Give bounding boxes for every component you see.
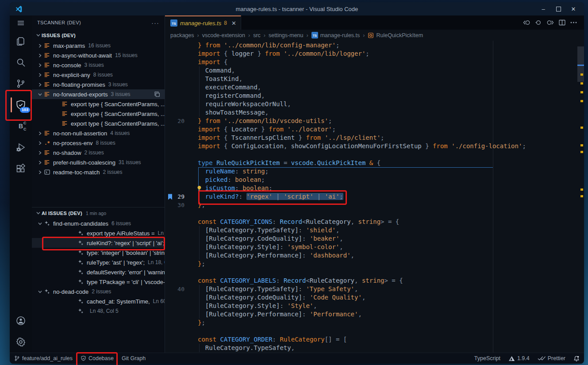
extensions-icon[interactable] [10, 158, 32, 179]
lightbulb-icon[interactable] [196, 185, 202, 191]
code-line[interactable] [165, 150, 584, 159]
code-line[interactable]: isCustom: boolean; [165, 184, 584, 192]
tree-item[interactable]: find-enum-candidates6 issues [32, 219, 165, 228]
nav-forward-icon[interactable] [546, 19, 554, 26]
settings-gear-icon[interactable] [10, 331, 32, 353]
code-line[interactable]: requireWorkspaceOrNull, [165, 100, 584, 108]
tree-item[interactable]: export type AiRuleStatus =Ln 26, C... [32, 228, 165, 238]
tree-item[interactable]: no-floating-promises3 issues [32, 80, 165, 89]
line-number[interactable] [165, 344, 184, 352]
scrollbar-thumb[interactable] [577, 46, 584, 82]
status-item-git-graph[interactable]: Git Graph [122, 355, 146, 361]
tab-manage-rules[interactable]: TS manage-rules.ts 8 ✕ [165, 15, 241, 30]
line-number[interactable] [165, 277, 184, 285]
line-number[interactable] [165, 50, 184, 58]
tree-item[interactable]: type: 'integer' | 'boolean' | 'string' |… [32, 248, 165, 257]
explorer-icon[interactable] [10, 31, 32, 52]
code-line[interactable]: executeCommand, [165, 83, 584, 92]
chevron-down-icon[interactable] [36, 92, 43, 96]
tree-item[interactable]: no-non-null-assertion4 issues [32, 128, 165, 138]
section-header[interactable]: ISSUES (DEV) [32, 30, 165, 41]
line-number[interactable] [165, 159, 184, 167]
breadcrumb-item[interactable]: packages [170, 32, 194, 38]
line-number[interactable] [165, 75, 184, 83]
code-line[interactable]: [RuleCategory.Style]: 'symbol-color', [165, 243, 584, 251]
code-line[interactable]: showToastMessage, [165, 108, 584, 117]
chevron-down-icon[interactable] [36, 290, 43, 294]
chevron-right-icon[interactable] [36, 141, 43, 145]
breadcrumb-item[interactable]: vscode-extension [202, 32, 245, 38]
code-line[interactable]: import { logger } from '../common/lib/lo… [165, 50, 584, 58]
status-item-1-9-4[interactable]: 1.9.4 [508, 355, 530, 361]
breadcrumb-item[interactable]: settings-menu [269, 32, 304, 38]
line-number[interactable] [165, 142, 184, 150]
code-line[interactable]: picked: boolean; [165, 176, 584, 184]
code-line[interactable]: Command, [165, 66, 584, 75]
chevron-right-icon[interactable] [36, 73, 43, 77]
line-number[interactable] [165, 243, 184, 251]
line-number[interactable] [165, 251, 184, 260]
line-number[interactable]: 20 [165, 117, 184, 125]
tree-item[interactable]: readme-toc-match2 issues [32, 167, 165, 177]
search-icon[interactable] [10, 52, 32, 73]
code-line[interactable]: const CATEGORY_LABELS: Record<RuleCatego… [165, 277, 584, 285]
code-line[interactable]: import { [165, 58, 584, 66]
tree-item[interactable]: max-params16 issues [32, 41, 165, 50]
status-item-bell[interactable] [573, 355, 580, 362]
line-number[interactable] [165, 226, 184, 234]
line-number[interactable] [165, 234, 184, 243]
code-line[interactable]: const CATEGORY_ICONS: Record<RuleCategor… [165, 218, 584, 226]
tscanner-shield-icon[interactable]: 103 [10, 94, 32, 115]
code-line[interactable]: registerCommand, [165, 92, 584, 100]
line-number[interactable] [165, 92, 184, 100]
code-line[interactable]: 20} from '../common/lib/vscode-utils'; [165, 117, 584, 125]
line-number[interactable] [165, 209, 184, 218]
code-line[interactable] [165, 268, 584, 277]
chevron-right-icon[interactable] [36, 63, 43, 67]
line-number[interactable] [165, 125, 184, 134]
chevron-right-icon[interactable] [36, 151, 43, 155]
line-number[interactable] [165, 167, 184, 176]
chevron-down-icon[interactable] [35, 33, 42, 37]
code-line[interactable]: [RuleCategory.TypeSafety]: 'shield', [165, 226, 584, 234]
code-line[interactable]: import { ConfigLocation, showConfigLocat… [165, 142, 584, 150]
section-header[interactable]: AI ISSUES (DEV)1 min ago [32, 207, 165, 219]
line-number[interactable] [165, 66, 184, 75]
line-number[interactable]: 30 [165, 201, 184, 209]
tree-item[interactable]: .*no-process-env8 issues [32, 138, 165, 148]
tree-item[interactable]: no-explicit-any8 issues [32, 70, 165, 80]
line-number[interactable] [165, 41, 184, 50]
code-line[interactable]: 29 ruleKind?: 'regex' | 'script' | 'ai'; [165, 192, 584, 201]
breadcrumb-item[interactable]: RuleQuickPickItem [368, 32, 423, 38]
more-actions-icon[interactable] [570, 22, 577, 23]
chevron-right-icon[interactable] [36, 131, 43, 135]
line-number[interactable] [165, 176, 184, 184]
line-number[interactable] [165, 335, 184, 344]
tree-item[interactable]: no-forwarded-exports3 issues [32, 89, 165, 99]
code-line[interactable]: 30}; [165, 201, 584, 209]
line-number[interactable] [165, 108, 184, 117]
line-number[interactable] [165, 150, 184, 159]
code-editor[interactable]: } from '../common/lib/config-manager';im… [165, 41, 584, 353]
tree-item[interactable]: no-async-without-await15 issues [32, 50, 165, 60]
maximize-button[interactable] [554, 4, 563, 13]
status-item-feature-add-ai-rules[interactable]: feature/add_ai_rules [14, 355, 73, 361]
code-line[interactable]: ruleName: string; [165, 167, 584, 176]
line-number[interactable] [165, 293, 184, 302]
line-number[interactable] [165, 218, 184, 226]
tree-item[interactable]: prefer-nullish-coalescing31 issues [32, 158, 165, 167]
close-button[interactable]: ✕ [569, 4, 578, 13]
code-line[interactable]: }; [165, 260, 584, 268]
code-line[interactable] [165, 209, 584, 218]
line-number[interactable] [165, 134, 184, 142]
menu-icon[interactable] [10, 15, 32, 31]
code-line[interactable]: [RuleCategory.Style]: 'Style', [165, 302, 584, 310]
code-line[interactable]: RuleCategory.TypeSafety, [165, 344, 584, 352]
code-line[interactable]: [RuleCategory.Performance]: 'Performance… [165, 310, 584, 319]
tree-item[interactable]: ruleType: 'ast' | 'regex';Ln 18, Col 3 [32, 257, 165, 267]
code-line[interactable]: import { TscannerLspClient } from '../ls… [165, 134, 584, 142]
tree-item[interactable]: ruleKind?: 'regex' | 'script' | 'ai';Ln.… [32, 238, 165, 248]
line-number[interactable] [165, 100, 184, 108]
code-line[interactable]: type RuleQuickPickItem = vscode.QuickPic… [165, 159, 584, 167]
chevron-right-icon[interactable] [36, 161, 43, 165]
